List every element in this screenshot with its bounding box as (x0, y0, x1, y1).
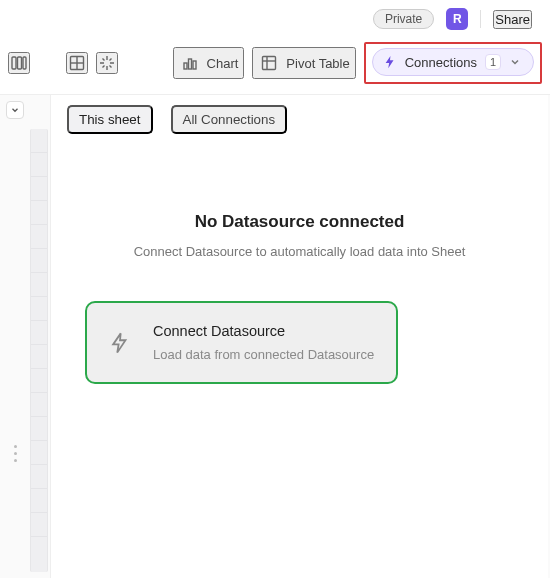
chevron-down-icon (509, 56, 521, 68)
avatar[interactable]: R (446, 8, 468, 30)
toolbar: Chart Pivot Table Connections 1 (0, 38, 550, 94)
connections-panel: This sheet All Connections No Datasource… (50, 95, 548, 578)
panel-tabs: This sheet All Connections (51, 95, 548, 142)
left-rail (0, 95, 30, 578)
empty-subtitle: Connect Datasource to automatically load… (85, 244, 514, 259)
connections-label: Connections (405, 55, 477, 70)
bolt-outline-icon (109, 332, 131, 354)
pivot-icon (258, 52, 280, 74)
card-title: Connect Datasource (153, 323, 374, 339)
private-button[interactable]: Private (373, 9, 434, 29)
pivot-button[interactable]: Pivot Table (252, 47, 355, 79)
connect-datasource-card[interactable]: Connect Datasource Load data from connec… (85, 301, 398, 384)
drag-handle-icon[interactable] (14, 445, 17, 462)
svg-rect-2 (23, 57, 26, 69)
connections-button[interactable]: Connections 1 (372, 48, 534, 76)
empty-title: No Datasource connected (85, 212, 514, 232)
chart-button[interactable]: Chart (173, 47, 245, 79)
empty-state: No Datasource connected Connect Datasour… (51, 142, 548, 384)
share-button[interactable]: Share (493, 10, 532, 29)
chart-icon (179, 52, 201, 74)
svg-rect-8 (193, 61, 196, 69)
svg-rect-6 (184, 63, 187, 69)
chart-label: Chart (207, 56, 239, 71)
card-subtitle: Load data from connected Datasource (153, 347, 374, 362)
columns-icon[interactable] (8, 52, 30, 74)
collapse-button[interactable] (6, 101, 24, 119)
connections-highlight: Connections 1 (364, 42, 542, 84)
svg-rect-1 (18, 57, 22, 69)
tab-this-sheet[interactable]: This sheet (67, 105, 153, 134)
svg-rect-7 (188, 59, 191, 69)
tab-all-connections[interactable]: All Connections (171, 105, 288, 134)
bolt-icon (383, 55, 397, 69)
body: This sheet All Connections No Datasource… (0, 94, 550, 578)
grid-icon[interactable] (66, 52, 88, 74)
pivot-label: Pivot Table (286, 56, 349, 71)
divider (480, 10, 481, 28)
connections-count: 1 (485, 54, 501, 70)
top-header: Private R Share (0, 0, 550, 38)
svg-rect-9 (263, 57, 276, 70)
row-gutter (30, 129, 48, 572)
sparkle-icon[interactable] (96, 52, 118, 74)
svg-rect-0 (12, 57, 16, 69)
